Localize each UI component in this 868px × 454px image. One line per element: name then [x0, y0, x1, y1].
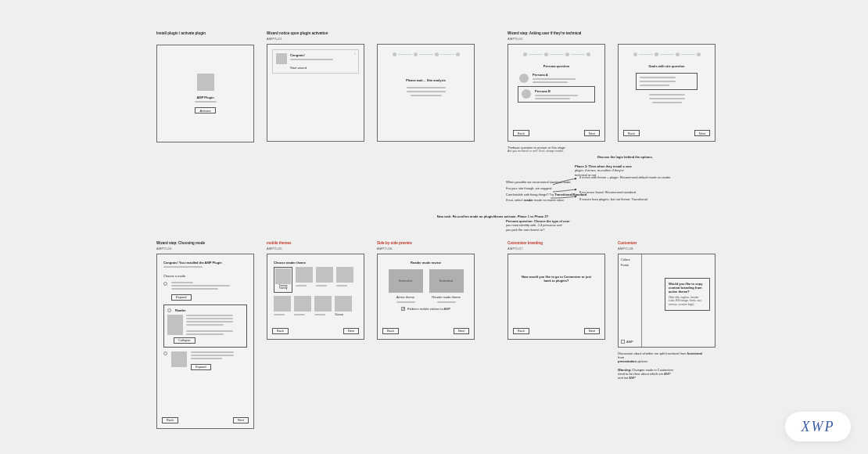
screenshot-reader: Screenshot — [429, 269, 464, 293]
note-personaQ: Persona question: Choose the type of use… — [506, 219, 592, 232]
collapse-button[interactable]: Collapse — [174, 337, 195, 344]
stepper — [513, 52, 600, 56]
stepper — [623, 52, 710, 56]
back-button[interactable]: Back — [623, 130, 640, 136]
placeholder-line — [314, 314, 325, 315]
thumb — [167, 315, 183, 335]
placeholder-line — [640, 77, 676, 78]
goals-option[interactable] — [623, 94, 710, 103]
back-button[interactable]: Back — [513, 130, 529, 136]
persona-a-option[interactable]: Persona A — [513, 73, 600, 83]
avatar — [519, 74, 529, 83]
placeholder-line — [191, 358, 222, 359]
mode-option[interactable]: Expand — [163, 282, 247, 301]
theme-label: Twenty Twenty — [275, 284, 291, 292]
title-mobile-themes: mobile themes — [267, 241, 364, 245]
placeholder-line — [533, 78, 576, 80]
thumb — [275, 268, 291, 284]
radio-icon — [163, 282, 167, 286]
active-theme-label: Active theme — [396, 295, 414, 299]
placeholder-line — [437, 301, 456, 303]
sidebar-item-colors[interactable]: Colors — [621, 258, 639, 261]
plugin-icon — [197, 74, 214, 91]
placeholder-line — [294, 314, 305, 315]
next-button[interactable]: Next — [454, 328, 469, 334]
theme-tile[interactable] — [316, 267, 333, 283]
frame-persona: Persona question Persona A — [508, 44, 605, 142]
frame-goals: Goals with site question Back — [618, 44, 716, 142]
stepper — [382, 52, 469, 56]
placeholder-line — [186, 321, 233, 322]
sub-ampo06: AMPO-06 — [377, 247, 475, 250]
screenshot-active: Screenshot — [389, 269, 423, 293]
radio-icon — [163, 351, 167, 355]
expand-button[interactable]: Expand — [171, 294, 192, 301]
placeholder-line — [652, 102, 682, 103]
frame-congrats: Congrats! Start wizard × — [267, 44, 364, 142]
placeholder-line — [191, 355, 234, 356]
note-arrowA: 0 errors with theme + plugin: Recommend … — [579, 175, 673, 179]
expand-button[interactable]: Expand — [191, 364, 211, 370]
title-preview: Side-by-side preview — [377, 241, 475, 245]
theme-tile[interactable] — [294, 296, 311, 312]
thumb — [171, 351, 187, 367]
frame-site-analysis: Please wait… Site analysis — [377, 44, 475, 142]
theme-tile-selected[interactable]: Twenty Twenty — [274, 267, 292, 294]
back-button[interactable]: Back — [513, 328, 529, 334]
next-button[interactable]: Next — [584, 130, 600, 136]
close-icon[interactable]: × — [354, 52, 356, 56]
checkbox-icon — [401, 307, 405, 311]
persona-b-option[interactable]: Persona B — [518, 86, 595, 103]
placeholder-line — [186, 333, 224, 335]
theme-tile-classic[interactable] — [335, 296, 352, 312]
placeholder-line — [171, 282, 193, 283]
redirect-checkbox-row[interactable]: Redirect mobile visitors to AMP — [384, 307, 468, 311]
avatar — [522, 89, 531, 99]
placeholder-line — [535, 95, 578, 96]
back-button[interactable]: Back — [382, 328, 399, 334]
mode-heading: Congrats! You installed the AMP Plugin — [163, 261, 247, 265]
next-button[interactable]: Next — [694, 130, 710, 136]
back-button[interactable]: Back — [162, 417, 178, 423]
note-arrowB: If no errors found: Recommend standard — [579, 190, 673, 194]
placeholder-line — [649, 94, 685, 95]
placeholder-line — [186, 330, 233, 332]
checkbox-icon — [621, 340, 625, 344]
note-basic-q2: Are you technical or not? If not, always… — [508, 150, 716, 153]
mode-option-reader[interactable]: Reader — [163, 304, 247, 348]
title-technical: Wizard step: Asking user if they're tech… — [508, 31, 716, 35]
placeholder-line — [171, 285, 230, 286]
sub-ampo01: AMPO-01 — [267, 37, 475, 41]
placeholder-line — [396, 301, 415, 303]
congrats-icon — [276, 53, 287, 64]
next-button[interactable]: Next — [584, 328, 600, 334]
title-customizer: Customizer — [618, 241, 716, 245]
persona-a-label: Persona A — [533, 73, 594, 77]
back-button[interactable]: Back — [272, 328, 289, 334]
persona-b-label: Persona B — [535, 89, 591, 93]
theme-tile[interactable] — [314, 296, 332, 312]
congrats-heading: Congrats! — [290, 53, 355, 57]
frame-customizer: Colors Fonts AMP Would you like to copy … — [618, 254, 716, 348]
theme-tile[interactable] — [336, 267, 353, 283]
branding-question: Now would you like to go to Customizer o… — [519, 275, 594, 283]
placeholder-line — [533, 81, 568, 83]
placeholder-line — [407, 91, 446, 92]
placeholder-line — [290, 59, 333, 60]
next-button[interactable]: Next — [343, 328, 359, 334]
theme-tile[interactable] — [296, 267, 313, 283]
placeholder-line — [191, 351, 234, 353]
sub-ampo02: AMPO-02 — [508, 37, 716, 41]
title-branding: Customizer branding — [508, 241, 605, 245]
theme-tile[interactable] — [274, 296, 291, 312]
start-wizard-link[interactable]: Start wizard — [290, 66, 355, 70]
redirect-label: Redirect mobile visitors to AMP — [407, 307, 450, 311]
mode-option[interactable]: Expand — [163, 351, 247, 370]
frame-preview: Reader mode review Screenshot Active the… — [377, 254, 475, 340]
sub-ampo04: AMPO-04 — [156, 247, 254, 250]
placeholder-line — [186, 324, 224, 326]
next-button[interactable]: Next — [233, 417, 249, 423]
activate-button[interactable]: Activate — [195, 107, 215, 114]
frame-install: AMP Plugin Activate — [156, 45, 254, 142]
goals-option-selected[interactable] — [636, 73, 698, 90]
